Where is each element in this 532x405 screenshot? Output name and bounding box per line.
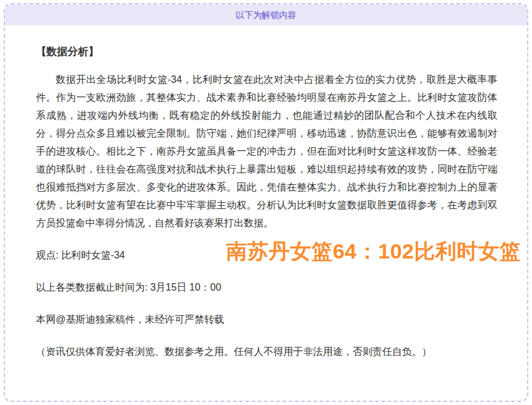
score-prediction: 南苏丹女篮64：102比利时女篮 — [226, 240, 521, 263]
viewpoint-row: 观点: 比利时女篮-34 南苏丹女篮64：102比利时女篮 — [36, 240, 521, 264]
disclaimer-note: （资讯仅供体育爱好者浏览、数据参考之用。任何人不得用于非法用途，否则责任自负。） — [36, 343, 497, 360]
unlocked-content-panel: 以下为解锁内容 【数据分析】 数据开出全场比利时女篮-34，比利时女篮在此次对决… — [4, 3, 528, 402]
copyright-note: 本网@基斯迪独家稿件，未经许可严禁转载 — [36, 310, 497, 328]
viewpoint-text: 观点: 比利时女篮-34 — [36, 246, 125, 264]
unlocked-content-header: 以下为解锁内容 — [5, 4, 527, 25]
analysis-paragraph: 数据开出全场比利时女篮-34，比利时女篮在此次对决中占据着全方位的实力优势，取胜… — [36, 70, 497, 232]
section-heading: 【数据分析】 — [36, 43, 496, 61]
data-cutoff-note: 以上各类数据截止时间为: 3月15日 10：00 — [36, 278, 497, 296]
article-content: 【数据分析】 数据开出全场比利时女篮-34，比利时女篮在此次对决中占据着全方位的… — [5, 25, 527, 398]
unlocked-content-title: 以下为解锁内容 — [236, 10, 296, 20]
